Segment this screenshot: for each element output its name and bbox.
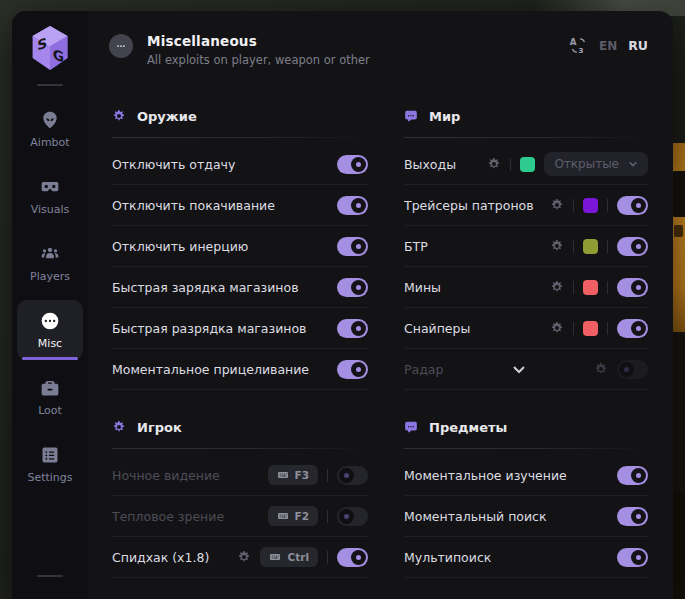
- sidebar-item-visuals[interactable]: Visuals: [17, 166, 83, 226]
- misc-avatar-icon: [109, 34, 133, 58]
- svg-text:S: S: [37, 35, 47, 54]
- ellipsis-circle-icon: [40, 311, 60, 331]
- toggle-switch[interactable]: [337, 237, 368, 256]
- sidebar-item-label: Settings: [27, 471, 72, 484]
- page-header: Miscellaneous All exploits on player, we…: [88, 11, 673, 91]
- sidebar-item-label: Aimbot: [30, 136, 69, 149]
- row-settings-gear-icon[interactable]: [237, 550, 251, 564]
- page-title-block: Miscellaneous All exploits on player, we…: [147, 33, 370, 67]
- toggle-switch[interactable]: [337, 507, 368, 526]
- toggle-switch[interactable]: [617, 237, 648, 256]
- content-grid: Оружие Отключить отдачу Отключить покачи…: [88, 91, 673, 599]
- section-weapon: Оружие Отключить отдачу Отключить покачи…: [112, 103, 368, 390]
- color-swatch[interactable]: [583, 198, 598, 213]
- sidebar-item-misc[interactable]: Misc: [17, 300, 83, 360]
- svg-text:з: з: [578, 45, 583, 55]
- feature-row: Мультипоиск: [404, 537, 648, 578]
- section-title: Оружие: [137, 109, 197, 124]
- row-settings-gear-icon[interactable]: [594, 362, 608, 376]
- toggle-switch[interactable]: [337, 548, 368, 567]
- sidebar-item-aimbot[interactable]: Aimbot: [17, 99, 83, 159]
- sidebar-item-settings[interactable]: Settings: [17, 434, 83, 494]
- toggle-switch[interactable]: [617, 319, 648, 338]
- feature-row: Снайперы: [404, 308, 648, 349]
- sidebar-item-players[interactable]: Players: [17, 233, 83, 293]
- color-swatch[interactable]: [583, 239, 598, 254]
- separator: [327, 469, 328, 482]
- separator: [607, 199, 608, 212]
- row-settings-gear-icon[interactable]: [550, 239, 564, 253]
- toggle-switch[interactable]: [617, 196, 648, 215]
- feature-label: БТР: [404, 239, 550, 254]
- keyboard-icon: [269, 551, 281, 563]
- keybind-label: F2: [295, 510, 309, 522]
- lang-ru-button[interactable]: RU: [628, 38, 648, 53]
- feature-row: Тепловое зрение F2: [112, 496, 368, 537]
- sidebar-divider: [37, 575, 63, 577]
- gear-icon: [112, 109, 126, 123]
- feature-row: Выходы Открытые: [404, 144, 648, 185]
- feature-label: Ночное видение: [112, 468, 268, 483]
- row-settings-gear-icon[interactable]: [487, 157, 501, 171]
- feature-label: Выходы: [404, 157, 487, 172]
- feature-row: Трейсеры патронов: [404, 185, 648, 226]
- feature-label: Быстрая зарядка магазинов: [112, 280, 337, 295]
- sidebar-item-loot[interactable]: Loot: [17, 367, 83, 427]
- sidebar-item-label: Visuals: [31, 203, 70, 216]
- feature-row: Отключить инерцию: [112, 226, 368, 267]
- background-shadow: [672, 332, 685, 492]
- section-title: Предметы: [429, 420, 507, 435]
- lang-en-button[interactable]: EN: [599, 39, 617, 53]
- main-panel: Miscellaneous All exploits on player, we…: [88, 11, 673, 599]
- separator: [607, 281, 608, 294]
- feature-label: Моментальный поиск: [404, 509, 617, 524]
- feature-label: Отключить покачивание: [112, 198, 337, 213]
- gear-icon: [112, 420, 126, 434]
- separator: [510, 158, 511, 171]
- feature-row: Моментальный поиск: [404, 496, 648, 537]
- row-settings-gear-icon[interactable]: [550, 280, 564, 294]
- translate-icon: A з: [569, 36, 588, 55]
- keybind-badge[interactable]: Ctrl: [260, 547, 318, 567]
- keybind-badge[interactable]: F3: [268, 465, 318, 485]
- toggle-switch[interactable]: [617, 360, 648, 379]
- separator: [327, 510, 328, 523]
- feature-row: Отключить отдачу: [112, 144, 368, 185]
- toggle-switch[interactable]: [337, 196, 368, 215]
- toggle-switch[interactable]: [337, 466, 368, 485]
- keybind-label: Ctrl: [287, 551, 309, 563]
- alien-icon: [40, 110, 60, 130]
- feature-row: Моментальное прицеливание: [112, 349, 368, 390]
- toggle-switch[interactable]: [617, 278, 648, 297]
- section-header: Оружие: [112, 103, 368, 129]
- feature-row: Ночное видение F3: [112, 455, 368, 496]
- exits-dropdown[interactable]: Открытые: [544, 152, 648, 176]
- keybind-badge[interactable]: F2: [268, 506, 318, 526]
- section-items: Предметы Моментальное изучение Моменталь…: [404, 414, 648, 578]
- players-icon: [40, 244, 60, 264]
- toggle-switch[interactable]: [337, 155, 368, 174]
- color-swatch[interactable]: [583, 280, 598, 295]
- row-settings-gear-icon[interactable]: [550, 321, 564, 335]
- keyboard-icon: [277, 469, 289, 481]
- feature-row: БТР: [404, 226, 648, 267]
- toggle-switch[interactable]: [617, 507, 648, 526]
- color-swatch[interactable]: [520, 157, 535, 172]
- toggle-switch[interactable]: [337, 278, 368, 297]
- section-player: Игрок Ночное видение F3: [112, 414, 368, 578]
- toggle-switch[interactable]: [617, 548, 648, 567]
- section-world: Мир Выходы Открытые: [404, 103, 648, 390]
- page-title: Miscellaneous: [147, 33, 370, 49]
- toggle-switch[interactable]: [337, 319, 368, 338]
- right-column: Мир Выходы Открытые: [404, 91, 648, 599]
- toggle-switch[interactable]: [617, 466, 648, 485]
- color-swatch[interactable]: [583, 321, 598, 336]
- vr-goggles-icon: [40, 177, 60, 197]
- sidebar-item-label: Misc: [38, 337, 62, 350]
- row-settings-gear-icon[interactable]: [550, 198, 564, 212]
- feature-label: Отключить отдачу: [112, 157, 337, 172]
- message-dots-icon: [404, 420, 418, 434]
- separator: [573, 281, 574, 294]
- expand-chevron-icon[interactable]: [511, 361, 527, 377]
- toggle-switch[interactable]: [337, 360, 368, 379]
